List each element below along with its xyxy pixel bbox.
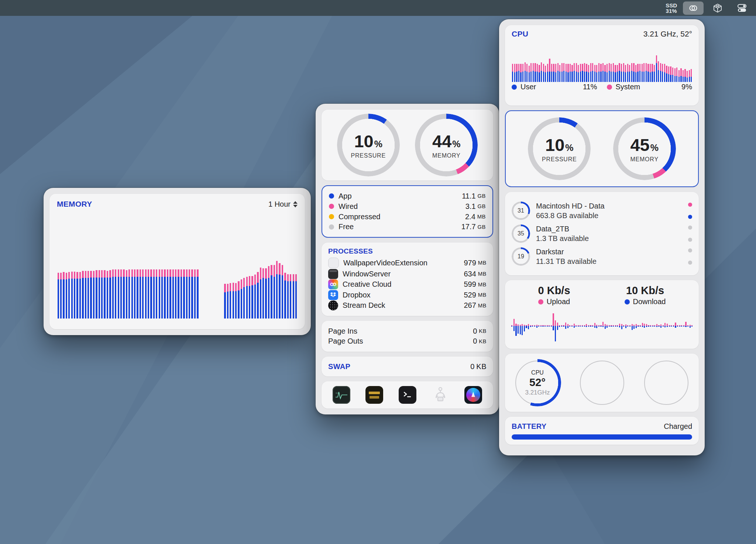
cube-icon [713, 3, 722, 13]
battery-card[interactable]: BATTERY Charged [505, 417, 699, 445]
disk-name: Darkstar [536, 248, 688, 256]
free-dot-icon [329, 224, 334, 230]
disk-available: 1.3 TB available [536, 234, 688, 243]
network-history-chart [511, 308, 693, 344]
memory-row-app[interactable]: App 11.1GB [329, 192, 486, 200]
disk-read-dot-icon [688, 225, 692, 230]
windowserver-icon [328, 269, 338, 279]
row-value: 2.4 [465, 213, 475, 221]
row-label: App [339, 192, 462, 200]
disk-name: Macintosh HD - Data [536, 202, 688, 210]
compass-app-icon[interactable] [464, 386, 482, 404]
page-outs-label: Page Outs [328, 337, 473, 345]
battery-level-bar [512, 434, 692, 440]
disk-write-dot-icon [688, 261, 692, 265]
process-row[interactable]: WindowServer 634MB [328, 269, 487, 279]
process-memory: 529 [464, 291, 476, 299]
oscilloscope-app-icon[interactable] [333, 386, 350, 404]
disk-row[interactable]: 31 Macintosh HD - Data 663.8 GB availabl… [512, 202, 692, 220]
dropbox-icon [328, 290, 338, 300]
row-label: Compressed [339, 213, 465, 221]
process-row[interactable]: Dropbox 529MB [328, 290, 487, 300]
swap-value: 0 [470, 362, 474, 371]
page-ins-value: 0 [473, 327, 477, 335]
disk-usage-ring: 31 [512, 202, 530, 220]
process-memory: 599 [464, 280, 476, 289]
menubar-mirroring-button[interactable] [683, 1, 704, 15]
process-row[interactable]: Stream Deck 267MB [328, 300, 487, 310]
disk-row[interactable]: 19 Darkstar 11.31 TB available [512, 247, 692, 266]
temp-value: 52° [529, 376, 546, 389]
disk-usage-pct: 35 [512, 224, 530, 243]
sensors-card: CPU 52° 3.21GHz [505, 354, 699, 412]
ssd-status-item[interactable]: SSD 31% [666, 3, 677, 14]
terminal-app-icon[interactable] [399, 386, 416, 404]
network-card[interactable]: 0 Kb/s Upload 10 Kb/s Download [505, 280, 699, 349]
memory-row-compressed[interactable]: Compressed 2.4MB [329, 213, 486, 221]
row-unit: GB [478, 224, 486, 230]
creative-cloud-icon [328, 279, 338, 289]
upload-label: Upload [547, 297, 570, 306]
upload-value: 0 Kb/s [538, 285, 570, 297]
cpu-title: CPU [512, 30, 528, 38]
temp-frequency: 3.21GHz [525, 389, 550, 396]
disk-name: Data_2TB [536, 225, 688, 233]
memory-history-card: MEMORY 1 Hour [49, 194, 305, 329]
memory-gauges-card[interactable]: 10% PRESSURE 44% MEMORY [322, 110, 493, 180]
disk-usage-pct: 19 [512, 247, 530, 266]
disk-row[interactable]: 35 Data_2TB 1.3 TB available [512, 224, 692, 243]
battery-title: BATTERY [512, 422, 546, 431]
robot-app-icon[interactable] [432, 386, 449, 404]
user-legend-label: User [520, 83, 536, 91]
time-range-selector[interactable]: 1 Hour [268, 200, 298, 209]
process-row[interactable]: WallpaperVideoExtension 979MB [328, 258, 487, 268]
pressure-gauge: 10% PRESSURE [528, 117, 591, 180]
disk-usage-pct: 31 [512, 202, 530, 220]
percent-sign: % [374, 139, 382, 149]
memory-row-free[interactable]: Free 17.7GB [329, 223, 486, 231]
disk-usage-ring: 19 [512, 247, 530, 266]
row-label: Wired [339, 202, 465, 211]
temp-title: CPU [531, 369, 544, 376]
battery-status: Charged [664, 422, 692, 431]
disk-write-dot-icon [688, 215, 692, 219]
row-unit: GB [478, 193, 486, 199]
memory-value: 45 [630, 135, 649, 155]
memory-row-wired[interactable]: Wired 3.1GB [329, 202, 486, 211]
process-row[interactable]: Creative Cloud 599MB [328, 279, 487, 289]
page-outs-row: Page Outs 0KB [328, 337, 487, 345]
led-clock-app-icon[interactable] [365, 386, 383, 404]
page-outs-value: 0 [473, 337, 477, 345]
menubar-toggles-button[interactable] [732, 1, 752, 15]
memory-label: MEMORY [432, 152, 461, 159]
system-legend-value: 9% [681, 83, 692, 91]
percent-sign: % [650, 142, 659, 153]
cpu-history-card[interactable]: CPU 3.21 GHz, 52° User 11% System 9% [505, 25, 699, 106]
pressure-value: 10 [545, 135, 564, 155]
memory-breakdown-card[interactable]: App 11.1GB Wired 3.1GB Compressed 2.4MB … [322, 185, 493, 238]
processes-title: PROCESSES [328, 247, 487, 255]
time-range-value: 1 Hour [268, 200, 291, 209]
processes-card: PROCESSES WallpaperVideoExtension 979MB … [322, 242, 493, 316]
cpu-temp-circle[interactable]: CPU 52° 3.21GHz [514, 359, 561, 406]
page-ins-row: Page Ins 0KB [328, 327, 487, 335]
cpu-stats-window: CPU 3.21 GHz, 52° User 11% System 9% 10%… [499, 19, 705, 455]
download-stat: 10 Kb/s Download [625, 285, 666, 306]
download-dot-icon [625, 299, 630, 304]
memory-gauge: 44% MEMORY [415, 114, 478, 176]
disks-card: 31 Macintosh HD - Data 663.8 GB availabl… [505, 192, 699, 275]
disk-usage-ring: 35 [512, 224, 530, 243]
toggles-icon [737, 3, 747, 13]
app-shortcuts-card [322, 381, 493, 409]
memory-gauge: 45% MEMORY [613, 117, 676, 180]
memory-panel-title: MEMORY [57, 200, 92, 209]
ssd-label: SSD [666, 3, 677, 8]
menu-bar: SSD 31% [0, 0, 756, 16]
process-name: WindowServer [343, 270, 464, 278]
user-dot-icon [512, 85, 517, 90]
cpu-gauges-card[interactable]: 10% PRESSURE 45% MEMORY [505, 110, 699, 187]
menubar-cube-button[interactable] [707, 1, 728, 15]
paging-card: Page Ins 0KB Page Outs 0KB [322, 321, 493, 352]
memory-value: 44 [432, 131, 451, 151]
process-memory: 979 [464, 259, 476, 267]
